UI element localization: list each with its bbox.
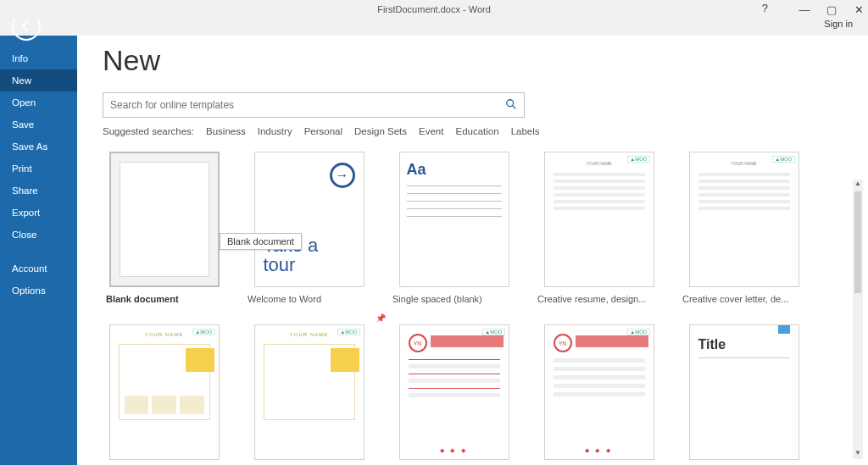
template-creative-resume[interactable]: ▲MOO YOUR NAME Creative resume, design..… [537,152,660,304]
sidebar-item-save-as[interactable]: Save As [0,136,77,158]
title-text: Title [698,337,726,352]
sign-in-link[interactable]: Sign in [824,19,853,29]
moo-badge: ▲MOO [627,329,649,335]
yn-badge: YN [409,334,427,352]
template-blank-document[interactable]: Blank document [103,152,225,304]
template-thumb: Title [689,324,799,460]
search-box[interactable] [103,92,525,118]
template-caption: Blank document [103,294,225,304]
template-thumb: ▲MOO YOUR NAME [109,324,220,460]
svg-line-1 [513,105,516,108]
picture-icon [778,324,790,334]
suggested-link-business[interactable]: Business [206,126,246,136]
restore-icon[interactable]: ▢ [826,3,837,16]
moo-badge: ▲MOO [482,329,504,335]
template-thumb: → Take a tour [254,152,364,287]
template-thumb: ▲MOO YOUR NAME [544,152,654,287]
template-polished-resume[interactable]: ▲MOO YN ◆ ◆ ◆ Polished resume, desig... [392,324,515,465]
lines [400,185,509,217]
suggested-link-personal[interactable]: Personal [304,126,342,136]
sidebar-item-info[interactable]: Info [0,47,77,69]
window-title: FirstDocument.docx - Word [377,4,491,14]
suggested-searches: Suggested searches: Business Industry Pe… [103,126,843,136]
page-title: New [103,44,843,77]
scroll-down-icon[interactable]: ▼ [853,449,863,459]
your-name-text: YOUR NAME [110,332,219,337]
search-input[interactable] [110,99,505,111]
close-icon[interactable]: ✕ [853,3,865,16]
nav: Info New Open Save Save As Print Share E… [0,47,77,302]
moo-badge: ▲MOO [772,156,794,163]
sidebar-item-share[interactable]: Share [0,180,77,202]
sidebar-item-print[interactable]: Print [0,158,77,180]
template-crisp-cover-letter[interactable]: ▲MOO YOUR NAME Crisp and clean cover le.… [248,324,370,465]
suggested-link-education[interactable]: Education [455,126,498,136]
template-thumb: ▲MOO YN ◆ ◆ ◆ [399,324,509,460]
yn-badge: YN [554,334,572,352]
template-caption: Welcome to Word [248,294,370,304]
suggested-link-labels[interactable]: Labels [511,126,540,136]
template-single-spaced[interactable]: Aa Single spaced (blank) [392,152,515,304]
pin-icon[interactable]: 📌 [376,313,386,323]
sidebar-item-new[interactable]: New [0,69,77,91]
template-blog-post[interactable]: Title Blog post [682,324,805,465]
template-thumb: ▲MOO YOUR NAME [689,152,799,287]
scroll-up-icon[interactable]: ▲ [853,180,863,190]
suggested-link-event[interactable]: Event [419,126,443,136]
template-welcome-to-word[interactable]: → Take a tour Welcome to Word 📌 [248,152,370,304]
your-name-text: YOUR NAME [255,332,364,337]
sidebar-item-save[interactable]: Save [0,113,77,136]
minimize-icon[interactable]: — [798,3,810,16]
sidebar-item-export[interactable]: Export [0,202,77,224]
main: New Suggested searches: Business Industr… [77,36,868,465]
template-thumb: Aa [399,152,509,287]
aa-text: Aa [407,161,502,179]
help-icon[interactable]: ? [762,2,768,14]
template-thumb: ▲MOO YN ◆ ◆ ◆ [544,324,654,460]
sidebar-item-account[interactable]: Account [0,257,77,280]
template-gallery: Blank document → Take a tour Welcome to … [103,152,843,465]
template-caption: Creative cover letter, de... [682,294,805,304]
template-polished-cover-letter[interactable]: ▲MOO YN ◆ ◆ ◆ Polished cover letter, de.… [537,324,660,465]
sidebar: Info New Open Save Save As Print Share E… [0,36,77,465]
tooltip: Blank document [220,233,302,250]
vertical-scrollbar[interactable]: ▲ ▼ [853,180,863,459]
template-thumb: ▲MOO YOUR NAME [254,324,364,460]
template-thumb [109,152,220,287]
titlebar: FirstDocument.docx - Word ? — ▢ ✕ [0,0,868,19]
template-crisp-resume[interactable]: ▲MOO YOUR NAME Crisp and clean resume... [103,324,225,465]
sidebar-item-close[interactable]: Close [0,224,77,246]
template-caption: Creative resume, design... [537,294,660,304]
suggested-link-design-sets[interactable]: Design Sets [354,126,407,136]
template-caption: Single spaced (blank) [392,294,515,304]
moo-badge: ▲MOO [627,156,649,163]
signin-row: Sign in [0,19,868,36]
sidebar-item-options[interactable]: Options [0,280,77,302]
arrow-right-icon: → [330,163,355,188]
scrollbar-thumb[interactable] [854,191,861,293]
search-icon[interactable] [505,98,517,113]
window-controls: — ▢ ✕ [798,0,865,19]
suggested-label: Suggested searches: [103,126,194,136]
template-creative-cover-letter[interactable]: ▲MOO YOUR NAME Creative cover letter, de… [682,152,805,304]
svg-point-0 [507,99,514,106]
sidebar-item-open[interactable]: Open [0,91,77,113]
suggested-link-industry[interactable]: Industry [258,126,292,136]
